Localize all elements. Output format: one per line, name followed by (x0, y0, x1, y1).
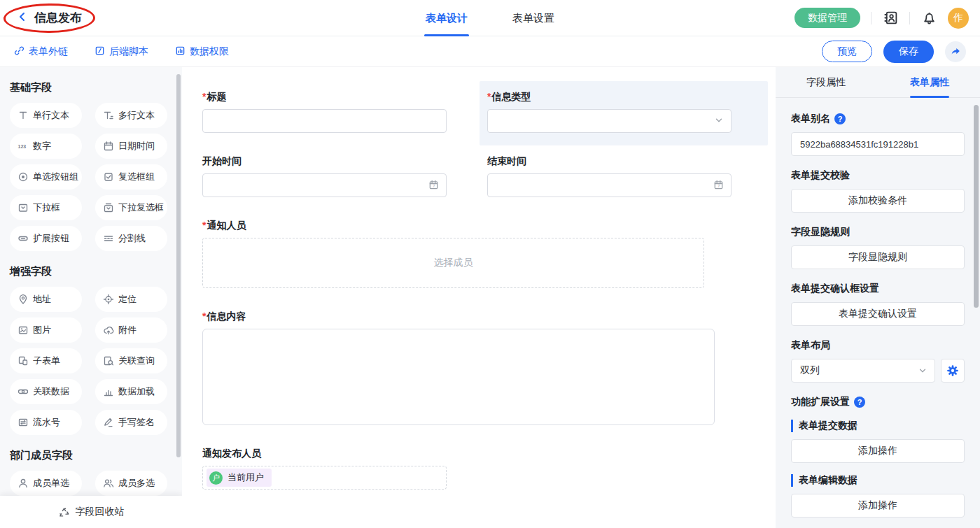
chevron-down-icon (714, 115, 724, 128)
svg-text:7: 7 (433, 184, 435, 188)
sidebar-scrollbar[interactable] (176, 74, 181, 457)
location-icon (103, 294, 114, 305)
required-mark: * (487, 91, 491, 102)
current-user-icon: 户 (209, 471, 223, 485)
field-visibility-label: 字段显隐规则 (791, 226, 965, 238)
chevron-down-icon (918, 366, 927, 378)
calendar-icon: 7 (428, 180, 439, 193)
help-icon[interactable]: ? (854, 397, 865, 408)
pill-linked-query[interactable]: 关联查询 (95, 348, 167, 373)
publisher-picker[interactable]: 户 当前用户 (202, 466, 447, 490)
canvas-field-info-content[interactable]: * 信息内容 (195, 301, 768, 438)
form-link-icon (14, 45, 24, 58)
linked-query-icon (103, 355, 114, 366)
user-avatar[interactable]: 作 (948, 8, 969, 29)
pill-linked-data[interactable]: 关联数据 (10, 379, 82, 404)
datetime-icon (103, 141, 114, 152)
data-load-icon (103, 386, 114, 397)
tab-form-design[interactable]: 表单设计 (426, 0, 468, 36)
field-label: * 信息类型 (487, 91, 760, 104)
pill-dropdown-multi[interactable]: 下拉复选框 (95, 195, 167, 220)
signature-icon (103, 417, 114, 428)
backend-script-icon (94, 45, 105, 58)
member-picker[interactable]: 选择成员 (202, 238, 704, 288)
linked-data-icon (18, 386, 29, 397)
pill-dropdown[interactable]: 下拉框 (10, 195, 82, 220)
pill-number[interactable]: 123 数字 (10, 134, 82, 159)
field-label: 开始时间 (202, 155, 472, 168)
required-mark: * (202, 311, 206, 322)
form-layout-select[interactable]: 双列 (791, 359, 935, 383)
data-permission-link[interactable]: 数据权限 (175, 45, 229, 58)
field-label: * 标题 (202, 91, 472, 104)
title-text-input[interactable] (202, 109, 447, 133)
pill-member-single[interactable]: 成员单选 (10, 471, 82, 496)
checkbox-group-icon (103, 171, 114, 183)
member-picker-placeholder: 选择成员 (434, 257, 473, 269)
canvas-field-info-type[interactable]: * 信息类型 (479, 81, 768, 145)
field-visibility-button[interactable]: 字段显隐规则 (791, 245, 965, 269)
tab-form-properties[interactable]: 表单属性 (910, 67, 949, 98)
share-button[interactable] (945, 41, 966, 62)
add-validation-button[interactable]: 添加校验条件 (791, 189, 965, 213)
back-button[interactable]: 信息发布 (11, 7, 88, 29)
canvas-field-notify-members[interactable]: * 通知人员 选择成员 (195, 210, 768, 301)
pill-signature[interactable]: 手写签名 (95, 410, 167, 435)
form-external-link[interactable]: 表单外链 (14, 45, 68, 58)
pill-data-load[interactable]: 数据加载 (95, 379, 167, 404)
save-button[interactable]: 保存 (883, 41, 934, 63)
radio-group-icon (18, 171, 29, 183)
form-alias-label: 表单别名 ? (791, 113, 965, 125)
member-single-icon (18, 478, 29, 489)
submit-data-add-action-button[interactable]: 添加操作 (791, 439, 965, 463)
pill-member-multi[interactable]: 成员多选 (95, 471, 167, 496)
form-alias-input[interactable]: 5922ba68834531fc191228b1 (791, 132, 965, 156)
submit-confirm-button[interactable]: 表单提交确认设置 (791, 302, 965, 326)
header-tabs: 表单设计 表单设置 (426, 0, 554, 36)
pill-datetime[interactable]: 日期时间 (95, 134, 167, 159)
tab-field-properties[interactable]: 字段属性 (806, 67, 846, 98)
pill-address[interactable]: 地址 (10, 287, 82, 312)
pill-multi-line-text[interactable]: 多行文本 (95, 103, 167, 128)
contacts-icon[interactable] (882, 10, 899, 27)
pill-extend-button[interactable]: 扩展按钮 (10, 226, 82, 251)
single-line-text-icon (18, 110, 29, 121)
backend-script-label: 后端脚本 (109, 45, 148, 58)
extend-button-icon (18, 233, 29, 244)
pill-serial-number[interactable]: 流水号 (10, 410, 82, 435)
current-user-tag[interactable]: 户 当前用户 (206, 469, 272, 487)
preview-button[interactable]: 预览 (822, 41, 872, 62)
info-content-textarea[interactable] (202, 329, 715, 425)
panel-scrollbar[interactable] (974, 105, 979, 308)
field-recycle-bin[interactable]: 字段回收站 (0, 496, 182, 528)
canvas-field-start-time[interactable]: 开始时间 7 (195, 145, 479, 210)
dropdown-icon (18, 202, 29, 213)
canvas-field-notify-publisher[interactable]: 通知发布人员 户 当前用户 (195, 438, 768, 502)
canvas-field-title[interactable]: * 标题 (195, 81, 479, 145)
start-time-date-input[interactable]: 7 (202, 173, 447, 197)
pill-image[interactable]: 图片 (10, 317, 82, 343)
layout-settings-button[interactable] (941, 359, 965, 383)
pill-divider-line[interactable]: 分割线 (95, 226, 167, 251)
help-icon[interactable]: ? (834, 113, 846, 124)
submit-data-group-label: 表单提交数据 (791, 420, 965, 432)
edit-data-add-action-button[interactable]: 添加操作 (791, 494, 965, 518)
field-label: * 通知人员 (202, 220, 760, 232)
data-manage-button[interactable]: 数据管理 (794, 8, 860, 28)
canvas-field-end-time[interactable]: 结束时间 7 (479, 145, 768, 210)
tab-form-settings[interactable]: 表单设置 (512, 0, 554, 36)
end-time-date-input[interactable]: 7 (487, 173, 732, 197)
number-icon: 123 (18, 141, 29, 152)
pill-attachment[interactable]: 附件 (95, 317, 167, 343)
pill-radio-group[interactable]: 单选按钮组 (10, 164, 82, 190)
recycle-bin-label: 字段回收站 (76, 506, 125, 518)
multi-line-text-icon (103, 110, 114, 121)
pill-location[interactable]: 定位 (95, 287, 167, 312)
info-type-select[interactable] (487, 109, 732, 133)
pill-single-line-text[interactable]: 单行文本 (10, 103, 82, 128)
notification-bell-icon[interactable] (920, 10, 937, 27)
pill-checkbox-group[interactable]: 复选框组 (95, 164, 167, 190)
pill-subform[interactable]: 子表单 (10, 348, 82, 373)
submit-confirm-label: 表单提交确认框设置 (791, 283, 965, 295)
backend-script-link[interactable]: 后端脚本 (94, 45, 148, 58)
